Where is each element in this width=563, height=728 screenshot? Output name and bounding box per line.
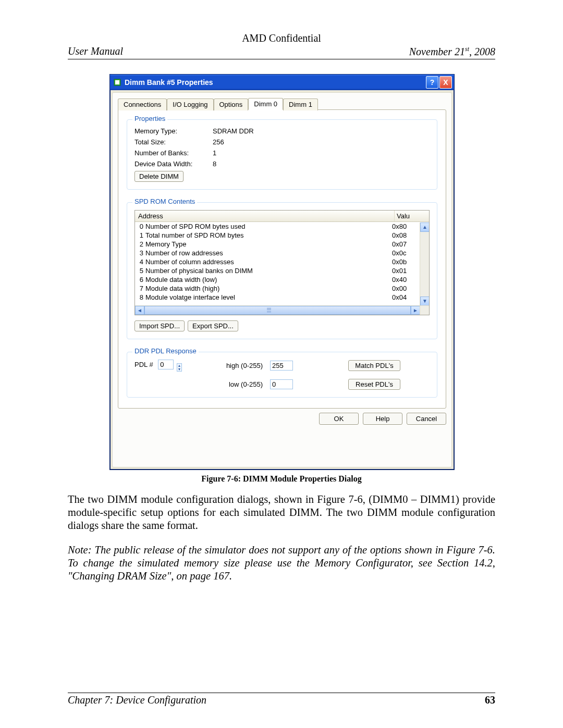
help-button-bottom[interactable]: Help: [363, 413, 402, 425]
table-row: 8Module volatge interface level0x04: [135, 293, 420, 302]
reset-pdl-button[interactable]: Reset PDL's: [348, 379, 400, 390]
table-row: 2Memory Type0x07: [135, 240, 420, 249]
spd-table[interactable]: Address Valu 0Number of SPD ROM bytes us…: [134, 210, 430, 315]
app-icon: [113, 78, 121, 87]
table-row: 3Number of row addresses0x0c: [135, 249, 420, 257]
spd-legend: SPD ROM Contents: [132, 198, 197, 205]
tab-dimm1[interactable]: Dimm 1: [283, 98, 318, 110]
table-row: 1Total number of SPD ROM bytes0x08: [135, 231, 420, 240]
export-spd-button[interactable]: Export SPD...: [188, 320, 238, 331]
page-number: 63: [485, 694, 495, 706]
ok-button[interactable]: OK: [319, 413, 359, 425]
tab-options[interactable]: Options: [214, 98, 249, 110]
table-row: 6Module data width (low)0x40: [135, 275, 420, 284]
memory-type-value: SDRAM DDR: [213, 127, 254, 135]
tab-io-logging[interactable]: I/O Logging: [167, 98, 213, 110]
scroll-up-icon[interactable]: ▲: [420, 223, 430, 232]
table-row: 4Number of column addresses0x0b: [135, 257, 420, 266]
figure-caption: Figure 7-6: DIMM Module Properties Dialo…: [68, 474, 495, 484]
num-banks-label: Number of Banks:: [134, 149, 213, 157]
pdl-high-input[interactable]: [270, 361, 293, 371]
help-button[interactable]: ?: [426, 76, 438, 89]
pdl-high-label: high (0-255): [192, 362, 265, 369]
pdl-low-label: low (0-255): [192, 380, 265, 388]
cancel-button[interactable]: Cancel: [407, 413, 446, 425]
data-width-label: Device Data Width:: [134, 160, 213, 168]
dimm-properties-dialog: Dimm Bank #5 Properties ? X Connections …: [109, 74, 455, 470]
titlebar: Dimm Bank #5 Properties ? X: [110, 75, 454, 90]
scroll-left-icon[interactable]: ◄: [135, 306, 144, 315]
tab-connections[interactable]: Connections: [118, 98, 167, 110]
header-left: User Manual: [68, 45, 123, 58]
properties-group: Properties Memory Type: SDRAM DDR Total …: [127, 119, 437, 190]
total-size-label: Total Size:: [134, 138, 213, 146]
pdl-num-label: PDL #: [134, 361, 153, 368]
tab-dimm0[interactable]: Dimm 0: [248, 98, 283, 110]
scroll-down-icon[interactable]: ▼: [420, 297, 430, 306]
col-header-address[interactable]: Address: [135, 211, 395, 221]
pdl-spinner[interactable]: ▴▾: [177, 363, 182, 372]
table-row: 5Number of physical banks on DIMM0x01: [135, 266, 420, 275]
confidential-banner: AMD Confidential: [68, 32, 495, 44]
properties-legend: Properties: [132, 115, 167, 122]
scroll-right-icon[interactable]: ►: [411, 306, 420, 315]
spd-contents-group: SPD ROM Contents Address Valu 0Number of…: [127, 202, 437, 339]
pdl-low-input[interactable]: [270, 379, 293, 389]
dialog-title: Dimm Bank #5 Properties: [125, 78, 426, 87]
pdl-legend: DDR PDL Response: [132, 347, 199, 355]
match-pdl-button[interactable]: Match PDL's: [348, 360, 400, 371]
svg-rect-1: [115, 80, 119, 84]
pdl-num-input[interactable]: [158, 360, 174, 369]
num-banks-value: 1: [213, 149, 216, 157]
import-spd-button[interactable]: Import SPD...: [134, 320, 185, 331]
header-right: November 21st, 2008: [409, 45, 495, 58]
pdl-response-group: DDR PDL Response PDL # ▴▾ high (0-255) M…: [127, 352, 437, 398]
footer-left: Chapter 7: Device Configuration: [68, 694, 206, 706]
table-row: 7Module data width (high)0x00: [135, 284, 420, 293]
col-header-value[interactable]: Valu: [395, 211, 429, 221]
note-paragraph: Note: The public release of the simulato…: [68, 544, 495, 583]
body-paragraph: The two DIMM module configuration dialog…: [68, 493, 495, 532]
chevron-up-down-icon: ▴▾: [177, 364, 181, 371]
total-size-value: 256: [213, 138, 224, 146]
data-width-value: 8: [213, 160, 216, 168]
delete-dimm-button[interactable]: Delete DIMM: [134, 171, 183, 182]
table-row: 0Number of SPD ROM bytes used0x80: [135, 222, 420, 231]
vertical-scrollbar[interactable]: ▲ ▼: [420, 223, 429, 306]
tab-strip: Connections I/O Logging Options Dimm 0 D…: [118, 98, 446, 110]
horizontal-scrollbar[interactable]: ◄ ►: [135, 305, 420, 315]
close-button[interactable]: X: [439, 76, 452, 89]
memory-type-label: Memory Type:: [134, 127, 213, 135]
